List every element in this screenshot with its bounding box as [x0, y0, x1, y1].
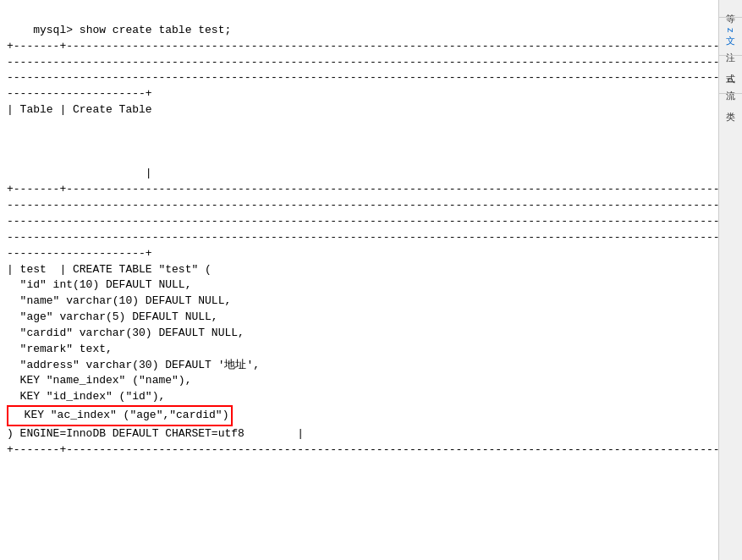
header-row: | Table | Create Table [7, 103, 152, 116]
sidebar-item-0[interactable]: 等 [723, 3, 739, 10]
dashes4: ----------------------------------------… [7, 199, 718, 211]
sidebar-separator-1 [719, 17, 742, 18]
create-line7: "address" varchar(30) DEFAULT '地址', [7, 359, 260, 371]
create-line5: "cardid" varchar(30) DEFAULT NULL, [7, 327, 245, 339]
sidebar-separator-2 [719, 55, 742, 56]
create-line1: | test | CREATE TABLE "test" ( [7, 263, 212, 276]
create-line6: "remark" text, [7, 343, 113, 355]
dashes5: ----------------------------------------… [7, 215, 718, 228]
sidebar-item-4[interactable]: d流 [723, 74, 739, 86]
cursor2: | [257, 427, 304, 440]
terminal-output: mysql> show create table test; +-------+… [7, 7, 715, 474]
create-line3: "name" varchar(10) DEFAULT NULL, [7, 294, 231, 307]
command-line: mysql> show create table test; [33, 24, 231, 36]
create-line9: KEY "id_index" ("id"), [7, 390, 165, 403]
blank1 [7, 119, 14, 132]
sidebar-item-5[interactable]: 类 [723, 101, 739, 107]
sidebar-item-3[interactable]: 式 [723, 63, 739, 69]
dashes3: ---------------------+ [7, 87, 152, 100]
create-line4: "age" varchar(5) DEFAULT NULL, [7, 310, 218, 323]
dashes6: ----------------------------------------… [7, 231, 718, 244]
blank3 [7, 151, 14, 164]
highlighted-ac-index-line: KEY "ac_index" ("age","cardid") [7, 405, 233, 426]
blank2 [7, 135, 14, 148]
dashes2: ----------------------------------------… [7, 71, 718, 84]
sep-top: +-------+-------------------------------… [7, 40, 718, 52]
sidebar-item-1[interactable]: 文z [723, 25, 739, 36]
sidebar-item-2[interactable]: 注 [723, 41, 739, 48]
sidebar-separator-3 [719, 93, 742, 94]
dashes7: ---------------------+ [7, 247, 152, 260]
cursor-line1: | [7, 167, 152, 179]
sep-bot: +-------+-------------------------------… [7, 443, 718, 456]
create-line8: KEY "name_index" ("name"), [7, 374, 191, 387]
create-line10: ) ENGINE=InnoDB DEFAULT CHARSET=utf8 [7, 427, 245, 440]
dashes1: ----------------------------------------… [7, 56, 718, 69]
terminal-window: mysql> show create table test; +-------+… [0, 0, 718, 560]
sep-mid: +-------+-------------------------------… [7, 183, 718, 195]
sidebar: 等 文z 注 式 d流 类 [718, 0, 742, 560]
create-line2: "id" int(10) DEFAULT NULL, [7, 278, 191, 291]
